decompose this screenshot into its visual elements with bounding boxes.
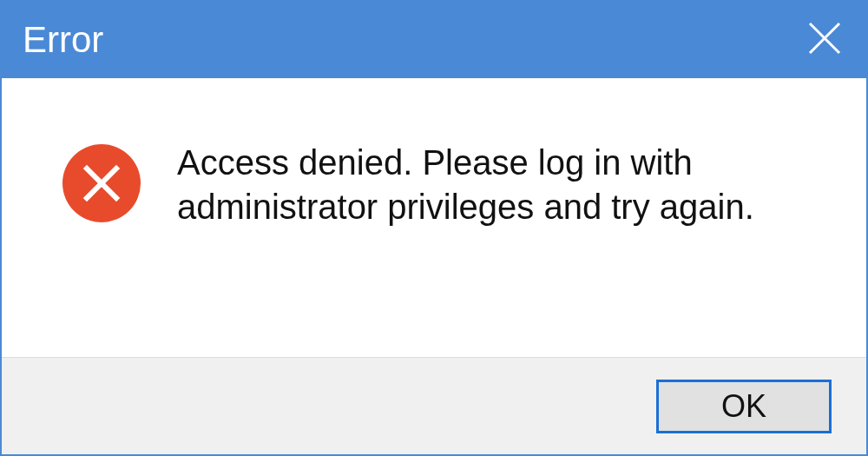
dialog-message: Access denied. Please log in with admini… [177, 139, 823, 229]
ok-button[interactable]: OK [656, 380, 832, 433]
dialog-footer: OK [2, 357, 866, 454]
error-icon [62, 144, 141, 222]
close-button[interactable] [783, 2, 866, 78]
dialog-title: Error [23, 19, 103, 61]
close-icon [806, 20, 843, 60]
dialog-content: Access denied. Please log in with admini… [2, 78, 866, 357]
titlebar: Error [2, 2, 866, 78]
error-dialog: Error Access denied. Please log in with … [0, 0, 868, 456]
